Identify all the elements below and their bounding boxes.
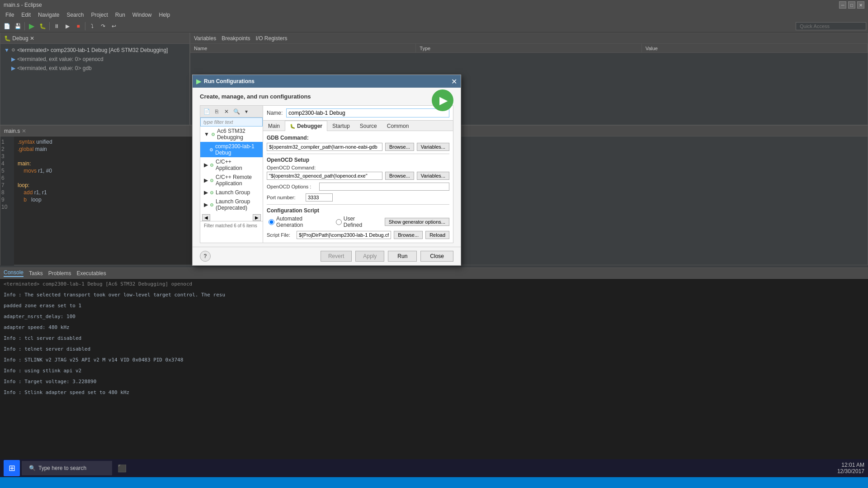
dialog-body: Create, manage, and run configurations ▶… <box>193 88 461 247</box>
menu-run[interactable]: Run <box>112 11 129 19</box>
menu-help[interactable]: Help <box>156 11 174 19</box>
toolbar-debug[interactable]: 🐛 <box>38 21 47 31</box>
openocd-variables-btn[interactable]: Variables... <box>417 172 449 180</box>
right-panel: Name: Main 🐛 Debugger Startup <box>263 105 453 243</box>
main-toolbar: 📄 💾 ▶ 🐛 ⏸ ▶ ■ ⤵ ↷ ↩ <box>0 20 868 33</box>
executables-tab[interactable]: Executables <box>76 270 106 277</box>
console-line-1: Info : The selected transport took over … <box>0 290 868 300</box>
openocd-setup: OpenOCD Setup OpenOCD Command: Browse...… <box>267 154 449 202</box>
menu-navigate[interactable]: Navigate <box>34 11 63 19</box>
name-input[interactable] <box>286 108 449 117</box>
breakpoints-tab[interactable]: Breakpoints <box>222 35 250 42</box>
user-defined-radio[interactable] <box>336 219 342 225</box>
port-row: Port number: <box>267 193 449 202</box>
toolbar-resume[interactable]: ▶ <box>62 21 72 31</box>
col-type: Type <box>416 44 642 52</box>
tab-debugger[interactable]: 🐛 Debugger <box>285 121 327 131</box>
debug-item-1: ▼ ⚙ <terminated> comp2300-lab-1 Debug [A… <box>2 46 188 55</box>
show-generator-btn[interactable]: Show generator options... <box>385 218 449 226</box>
collapse-btn[interactable]: ▾ <box>242 107 251 116</box>
tree-item-cpp-app[interactable]: ▶ ⚙ C/C++ Application <box>200 157 263 173</box>
launch-deprecated-expand-icon: ▶ <box>204 202 208 208</box>
toolbar-step-over[interactable]: ↷ <box>98 21 108 31</box>
menu-search[interactable]: Search <box>63 11 87 19</box>
scroll-left-btn[interactable]: ◀ <box>202 214 210 221</box>
menu-file[interactable]: File <box>2 11 18 19</box>
variables-tab[interactable]: Variables <box>194 35 216 42</box>
launch-group-expand-icon: ▶ <box>204 189 208 196</box>
script-file-input[interactable] <box>297 231 391 239</box>
openocd-options-input[interactable] <box>319 183 449 191</box>
close-dialog-btn[interactable]: Close <box>420 251 453 262</box>
editor-close[interactable]: ✕ <box>22 128 26 134</box>
menu-edit[interactable]: Edit <box>18 11 34 19</box>
tab-startup[interactable]: Startup <box>327 121 355 131</box>
dialog-subtitle: Create, manage, and run configurations <box>200 93 426 100</box>
gdb-command-section: GDB Command: <box>267 135 449 141</box>
tab-main[interactable]: Main <box>263 121 285 131</box>
quick-access-input[interactable] <box>796 22 866 30</box>
openocd-browse-btn[interactable]: Browse... <box>385 172 414 180</box>
toolbar-step-return[interactable]: ↩ <box>109 21 119 31</box>
close-btn[interactable]: ✕ <box>857 1 864 9</box>
openocd-command-input[interactable] <box>267 172 382 180</box>
menu-window[interactable]: Window <box>129 11 156 19</box>
tab-source[interactable]: Source <box>355 121 382 131</box>
console-tab[interactable]: Console <box>4 269 24 277</box>
gdb-command-input[interactable] <box>267 143 382 151</box>
tree-item-comp2300[interactable]: ⚙ comp2300-lab-1 Debug <box>200 142 263 157</box>
script-browse-btn[interactable]: Browse... <box>394 231 423 239</box>
filter-input[interactable] <box>200 117 263 127</box>
debug-tab-label: 🐛 Debug ✕ <box>4 35 34 42</box>
left-panel: 📄 ⎘ ✕ 🔍 ▾ ▼ ⚙ Ac6 STM32 Debugging ⚙ comp… <box>200 105 263 243</box>
dialog-close-btn[interactable]: ✕ <box>451 77 457 86</box>
duplicate-btn[interactable]: ⎘ <box>212 107 221 116</box>
tasks-tab[interactable]: Tasks <box>29 270 43 277</box>
toolbar-save[interactable]: 💾 <box>13 21 23 31</box>
toolbar-new[interactable]: 📄 <box>2 21 12 31</box>
toolbar-stop[interactable]: ■ <box>73 21 83 31</box>
gdb-variables-btn[interactable]: Variables... <box>417 143 449 151</box>
search-btn[interactable]: 🔍 Type here to search <box>22 461 112 475</box>
gdb-browse-btn[interactable]: Browse... <box>385 143 414 151</box>
console-line-4: adapter speed: 480 kHz <box>0 322 868 333</box>
editor-tab-label[interactable]: main.s <box>4 128 20 134</box>
console-line-5: Info : tcl server disabled <box>0 333 868 344</box>
apply-btn[interactable]: Apply <box>355 251 384 262</box>
port-number-input[interactable] <box>306 193 333 202</box>
filter-btn[interactable]: 🔍 <box>232 107 241 116</box>
tree-item-cpp-remote[interactable]: ▶ ⚙ C/C++ Remote Application <box>200 173 263 188</box>
problems-tab[interactable]: Problems <box>48 270 71 277</box>
launch-group-icon: ⚙ <box>210 190 214 195</box>
tree-item-launch-group[interactable]: ▶ ⚙ Launch Group <box>200 188 263 197</box>
task-view-btn[interactable]: ⬛ <box>114 462 130 474</box>
tab-common[interactable]: Common <box>382 121 414 131</box>
line-numbers: 12345 678910 <box>0 136 14 266</box>
script-reload-btn[interactable]: Reload <box>425 231 449 239</box>
toolbar-run[interactable]: ▶ <box>27 21 37 31</box>
tree-item-ac6[interactable]: ▼ ⚙ Ac6 STM32 Debugging <box>200 127 263 142</box>
toolbar-step-into[interactable]: ⤵ <box>87 21 97 31</box>
toolbar-suspend[interactable]: ⏸ <box>52 21 61 31</box>
delete-btn[interactable]: ✕ <box>222 107 231 116</box>
new-config-btn[interactable]: 📄 <box>202 107 211 116</box>
run-btn[interactable]: Run <box>388 251 417 262</box>
openocd-setup-label: OpenOCD Setup <box>267 157 449 163</box>
auto-generation-radio[interactable] <box>269 219 274 225</box>
name-label: Name: <box>267 110 283 116</box>
scroll-right-btn[interactable]: ▶ <box>253 214 261 221</box>
start-btn[interactable]: ⊞ <box>4 460 20 476</box>
dialog-titlebar: ▶ Run Configurations ✕ <box>193 75 461 88</box>
menu-project[interactable]: Project <box>87 11 111 19</box>
minimize-btn[interactable]: ─ <box>839 1 846 9</box>
cpp-app-label: C/C++ Application <box>216 159 259 171</box>
revert-btn[interactable]: Revert <box>321 251 352 262</box>
auto-generation-option[interactable]: Automated Generation <box>269 216 329 228</box>
debugger-tab-icon: 🐛 <box>290 124 295 129</box>
io-registers-tab[interactable]: I/O Registers <box>256 35 288 42</box>
help-btn[interactable]: ? <box>200 251 211 262</box>
date-display: 12/30/2017 <box>837 468 864 474</box>
maximize-btn[interactable]: □ <box>848 1 855 9</box>
user-defined-option[interactable]: User Defined <box>336 216 374 228</box>
tree-item-launch-deprecated[interactable]: ▶ ⚙ Launch Group (Deprecated) <box>200 197 263 212</box>
